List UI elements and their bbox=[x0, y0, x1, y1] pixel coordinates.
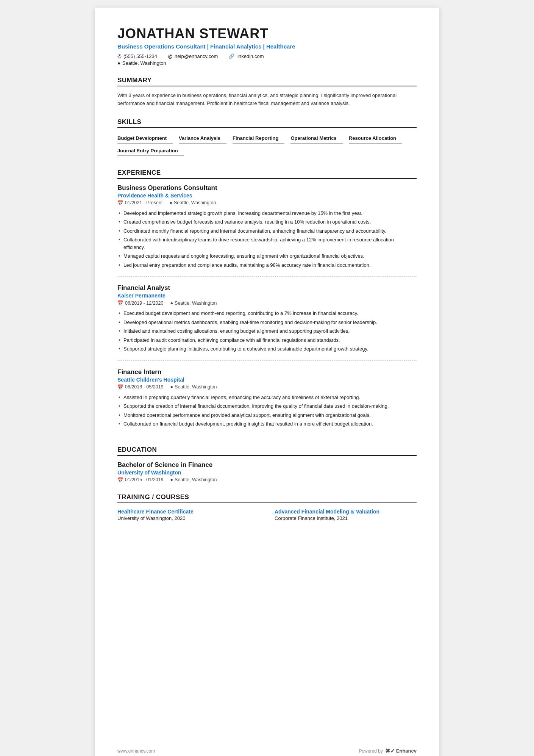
training-heading: TRAINING / COURSES bbox=[117, 493, 417, 503]
location-text: Seattle, Washington bbox=[122, 60, 166, 66]
location-icon: ● bbox=[170, 301, 173, 306]
bullet-item: Led journal entry preparation and compli… bbox=[117, 261, 417, 270]
summary-heading: SUMMARY bbox=[117, 77, 417, 86]
skill-item: Journal Entry Preparation bbox=[117, 146, 184, 156]
job-meta: 📅 06/2018 - 05/2019 ● Seattle, Washingto… bbox=[117, 384, 417, 390]
calendar-icon: 📅 bbox=[117, 384, 123, 390]
experience-heading: EXPERIENCE bbox=[117, 169, 417, 179]
bullet-item: Managed capital requests and ongoing for… bbox=[117, 252, 417, 261]
location-icon: ● bbox=[170, 477, 173, 482]
footer: www.enhancv.com Powered by ✖✓ Enhancv bbox=[117, 747, 417, 754]
bullet-item: Developed operational metrics dashboards… bbox=[117, 318, 417, 327]
job-title: Financial Analyst bbox=[117, 284, 417, 292]
training-list: Healthcare Finance CertificateUniversity… bbox=[117, 509, 417, 521]
bullet-item: Collaborated with interdisciplinary team… bbox=[117, 235, 417, 252]
bullet-item: Executed budget development and month-en… bbox=[117, 309, 417, 318]
course-title: Advanced Financial Modeling & Valuation bbox=[275, 509, 417, 515]
training-item: Healthcare Finance CertificateUniversity… bbox=[117, 509, 259, 521]
job-location: ● Seattle, Washington bbox=[170, 300, 217, 306]
summary-text: With 3 years of experience in business o… bbox=[117, 92, 417, 108]
header-section: JONATHAN STEWART Business Operations Con… bbox=[117, 26, 417, 66]
link-icon: 🔗 bbox=[228, 53, 234, 59]
phone-number: (555) 555-1234 bbox=[123, 53, 157, 59]
training-section: TRAINING / COURSES Healthcare Finance Ce… bbox=[117, 493, 417, 521]
job-bullets: Executed budget development and month-en… bbox=[117, 309, 417, 354]
school-name: University of Washington bbox=[117, 470, 417, 476]
bullet-item: Monitored operational performance and pr… bbox=[117, 411, 417, 420]
bullet-item: Coordinated monthly financial reporting … bbox=[117, 227, 417, 236]
skill-item: Financial Reporting bbox=[233, 133, 284, 144]
course-subtitle: University of Washington, 2020 bbox=[117, 515, 259, 521]
job-dates: 📅 06/2019 - 12/2020 bbox=[117, 300, 163, 306]
experience-section: EXPERIENCE Business Operations Consultan… bbox=[117, 169, 417, 435]
education-item: Bachelor of Science in FinanceUniversity… bbox=[117, 461, 417, 483]
education-list: Bachelor of Science in FinanceUniversity… bbox=[117, 461, 417, 483]
skill-item: Budget Development bbox=[117, 133, 173, 144]
job-meta: 📅 06/2019 - 12/2020 ● Seattle, Washingto… bbox=[117, 300, 417, 306]
job-location: ● Seattle, Washington bbox=[169, 200, 216, 206]
experience-item: Finance InternSeattle Children's Hospita… bbox=[117, 368, 417, 435]
bullet-item: Initiated and maintained costing allocat… bbox=[117, 327, 417, 336]
bullet-item: Assisted in preparing quarterly financia… bbox=[117, 393, 417, 402]
enhancv-logo: ✖✓ Enhancv bbox=[385, 747, 417, 754]
edu-location: ● Seattle, Washington bbox=[170, 477, 217, 483]
phone-item: ✆ (555) 555-1234 bbox=[117, 53, 157, 59]
course-title: Healthcare Finance Certificate bbox=[117, 509, 259, 515]
location-item: ● Seattle, Washington bbox=[117, 60, 166, 66]
contact-row-1: ✆ (555) 555-1234 @ help@enhancv.com 🔗 li… bbox=[117, 53, 417, 59]
job-title: Finance Intern bbox=[117, 368, 417, 376]
bullet-item: Developed and implemented strategic grow… bbox=[117, 209, 417, 218]
email-address: help@enhancv.com bbox=[175, 53, 218, 59]
footer-brand: Powered by ✖✓ Enhancv bbox=[359, 747, 417, 754]
bullet-item: Collaborated on financial budget develop… bbox=[117, 419, 417, 429]
company-name: Providence Health & Services bbox=[117, 193, 417, 199]
candidate-title: Business Operations Consultant | Financi… bbox=[117, 43, 417, 50]
experience-item: Business Operations ConsultantProvidence… bbox=[117, 184, 417, 277]
job-dates: 📅 06/2018 - 05/2019 bbox=[117, 384, 163, 390]
resume-page: JONATHAN STEWART Business Operations Con… bbox=[95, 8, 439, 756]
footer-website: www.enhancv.com bbox=[117, 748, 155, 754]
job-bullets: Assisted in preparing quarterly financia… bbox=[117, 393, 417, 429]
bullet-item: Supported the creation of internal finan… bbox=[117, 402, 417, 411]
brand-name: Enhancv bbox=[396, 748, 417, 754]
linkedin-item: 🔗 linkedin.com bbox=[228, 53, 264, 59]
job-title: Business Operations Consultant bbox=[117, 184, 417, 192]
powered-by-text: Powered by bbox=[359, 748, 383, 754]
skills-section: SKILLS Budget DevelopmentVariance Analys… bbox=[117, 118, 417, 158]
experience-list: Business Operations ConsultantProvidence… bbox=[117, 184, 417, 435]
skills-list: Budget DevelopmentVariance AnalysisFinan… bbox=[117, 133, 417, 158]
skill-item: Operational Metrics bbox=[290, 133, 342, 144]
edu-dates: 📅 01/2015 - 01/2019 bbox=[117, 477, 163, 483]
education-heading: EDUCATION bbox=[117, 446, 417, 456]
bullet-item: Created comprehensive budget forecasts a… bbox=[117, 218, 417, 227]
calendar-icon: 📅 bbox=[117, 300, 123, 306]
skill-item: Resource Allocation bbox=[349, 133, 402, 144]
location-icon: ● bbox=[169, 200, 172, 205]
calendar-icon: 📅 bbox=[117, 477, 123, 483]
bullet-item: Supported strategic planning initiatives… bbox=[117, 344, 417, 354]
calendar-icon: 📅 bbox=[117, 200, 123, 206]
company-name: Kaiser Permanente bbox=[117, 293, 417, 299]
summary-section: SUMMARY With 3 years of experience in bu… bbox=[117, 77, 417, 108]
job-dates: 📅 01/2021 - Present bbox=[117, 200, 162, 206]
location-icon: ● bbox=[170, 384, 173, 390]
email-icon: @ bbox=[168, 53, 173, 59]
course-subtitle: Corporate Finance Institute, 2021 bbox=[275, 515, 417, 521]
experience-item: Financial AnalystKaiser Permanente 📅 06/… bbox=[117, 284, 417, 361]
logo-icon: ✖✓ bbox=[385, 747, 395, 754]
contact-row-2: ● Seattle, Washington bbox=[117, 60, 417, 66]
location-icon: ● bbox=[117, 60, 120, 66]
skills-heading: SKILLS bbox=[117, 118, 417, 128]
company-name: Seattle Children's Hospital bbox=[117, 377, 417, 383]
training-item: Advanced Financial Modeling & ValuationC… bbox=[275, 509, 417, 521]
bullet-item: Participated in audit coordination, achi… bbox=[117, 336, 417, 345]
phone-icon: ✆ bbox=[117, 53, 122, 59]
job-bullets: Developed and implemented strategic grow… bbox=[117, 209, 417, 270]
job-location: ● Seattle, Washington bbox=[170, 384, 217, 390]
linkedin-url: linkedin.com bbox=[236, 53, 264, 59]
candidate-name: JONATHAN STEWART bbox=[117, 26, 417, 42]
email-item: @ help@enhancv.com bbox=[168, 53, 218, 59]
edu-meta: 📅 01/2015 - 01/2019 ● Seattle, Washingto… bbox=[117, 477, 417, 483]
skill-item: Variance Analysis bbox=[179, 133, 226, 144]
degree-title: Bachelor of Science in Finance bbox=[117, 461, 417, 469]
